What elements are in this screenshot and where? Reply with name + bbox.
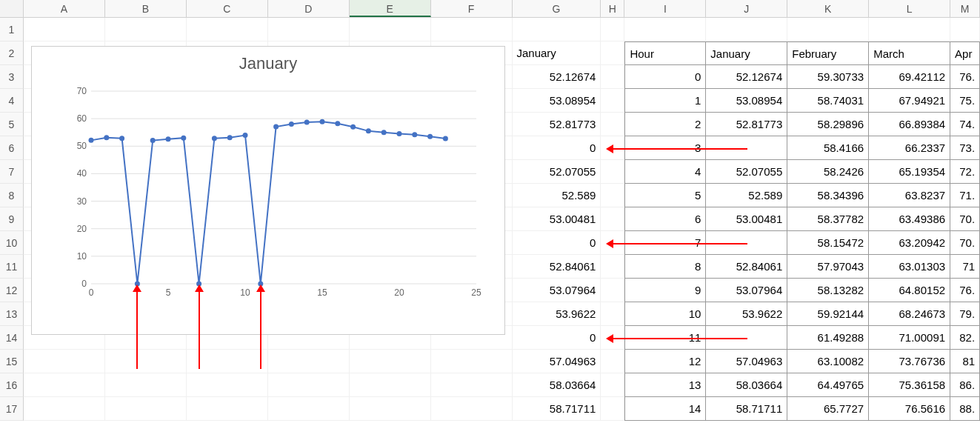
cell-L2[interactable]: March [869,41,950,65]
row-header-10[interactable]: 10 [0,231,24,255]
column-header-L[interactable]: L [869,0,950,17]
cell-G15[interactable]: 57.04963 [513,350,601,373]
row-header-11[interactable]: 11 [0,255,24,279]
cell-K16[interactable]: 64.49765 [787,373,869,397]
cell-K9[interactable]: 58.37782 [787,207,869,231]
cell-C1[interactable] [187,18,268,41]
cell-H2[interactable] [601,41,624,65]
cell-J7[interactable]: 52.07055 [706,160,787,184]
cell-I4[interactable]: 1 [624,89,706,113]
cell-L12[interactable]: 64.80152 [869,279,950,302]
row-header-8[interactable]: 8 [0,184,24,207]
column-header-K[interactable]: K [787,0,869,17]
cell-M14[interactable]: 82. [950,326,980,350]
cell-G10[interactable]: 0 [513,231,601,255]
cell-K11[interactable]: 57.97043 [787,255,869,279]
cell-H1[interactable] [601,18,624,41]
select-all-corner[interactable] [0,0,24,17]
row-header-6[interactable]: 6 [0,136,24,160]
row-header-2[interactable]: 2 [0,41,24,65]
cell-M17[interactable]: 88. [950,397,980,421]
cell-I12[interactable]: 9 [624,279,706,302]
cell-B16[interactable] [105,373,187,397]
cell-M16[interactable]: 86. [950,373,980,397]
cell-K3[interactable]: 59.30733 [787,65,869,89]
cell-G16[interactable]: 58.03664 [513,373,601,397]
row-header-7[interactable]: 7 [0,160,24,184]
cell-K17[interactable]: 65.7727 [787,397,869,421]
cell-G2[interactable]: January [513,41,601,65]
cell-L5[interactable]: 66.89384 [869,113,950,136]
cell-I7[interactable]: 4 [624,160,706,184]
cell-L9[interactable]: 63.49386 [869,207,950,231]
cell-I2[interactable]: Hour [624,41,706,65]
cell-L10[interactable]: 63.20942 [869,231,950,255]
cell-L7[interactable]: 65.19354 [869,160,950,184]
column-header-M[interactable]: M [950,0,980,17]
cell-I11[interactable]: 8 [624,255,706,279]
cell-A17[interactable] [24,397,105,421]
cell-A16[interactable] [24,373,105,397]
cell-J11[interactable]: 52.84061 [706,255,787,279]
cell-K10[interactable]: 58.15472 [787,231,869,255]
column-header-G[interactable]: G [513,0,601,17]
cell-H16[interactable] [601,373,624,397]
cell-K15[interactable]: 63.10082 [787,350,869,373]
cell-L16[interactable]: 75.36158 [869,373,950,397]
cell-L17[interactable]: 76.5616 [869,397,950,421]
cell-F1[interactable] [431,18,513,41]
cell-H9[interactable] [601,207,624,231]
row-header-13[interactable]: 13 [0,302,24,326]
cell-G17[interactable]: 58.71711 [513,397,601,421]
cell-I17[interactable]: 14 [624,397,706,421]
cell-I5[interactable]: 2 [624,113,706,136]
cell-I9[interactable]: 6 [624,207,706,231]
cell-B15[interactable] [105,350,187,373]
cell-G8[interactable]: 52.589 [513,184,601,207]
cell-E15[interactable] [350,350,431,373]
cell-L4[interactable]: 67.94921 [869,89,950,113]
cell-L1[interactable] [869,18,950,41]
cell-I15[interactable]: 12 [624,350,706,373]
cell-M4[interactable]: 75. [950,89,980,113]
cell-K8[interactable]: 58.34396 [787,184,869,207]
cell-H17[interactable] [601,397,624,421]
column-header-F[interactable]: F [431,0,513,17]
cell-D15[interactable] [268,350,350,373]
cell-J13[interactable]: 53.9622 [706,302,787,326]
cell-E1[interactable] [350,18,431,41]
cell-A1[interactable] [24,18,105,41]
cell-M12[interactable]: 76. [950,279,980,302]
row-header-12[interactable]: 12 [0,279,24,302]
cell-K12[interactable]: 58.13282 [787,279,869,302]
cell-L6[interactable]: 66.2337 [869,136,950,160]
cell-H12[interactable] [601,279,624,302]
cell-H15[interactable] [601,350,624,373]
cell-L11[interactable]: 63.01303 [869,255,950,279]
cell-I13[interactable]: 10 [624,302,706,326]
cell-J2[interactable]: January [706,41,787,65]
row-header-15[interactable]: 15 [0,350,24,373]
cell-D16[interactable] [268,373,350,397]
cell-M1[interactable] [950,18,980,41]
cell-D17[interactable] [268,397,350,421]
cell-K5[interactable]: 58.29896 [787,113,869,136]
cell-G9[interactable]: 53.00481 [513,207,601,231]
cell-H7[interactable] [601,160,624,184]
cell-K2[interactable]: February [787,41,869,65]
row-header-9[interactable]: 9 [0,207,24,231]
cell-K7[interactable]: 58.2426 [787,160,869,184]
cell-M11[interactable]: 71 [950,255,980,279]
cell-M6[interactable]: 73. [950,136,980,160]
cell-C17[interactable] [187,397,268,421]
column-header-E[interactable]: E [350,0,431,17]
cell-G6[interactable]: 0 [513,136,601,160]
cell-M15[interactable]: 81 [950,350,980,373]
cell-K4[interactable]: 58.74031 [787,89,869,113]
row-header-14[interactable]: 14 [0,326,24,350]
row-header-1[interactable]: 1 [0,18,24,41]
cell-C16[interactable] [187,373,268,397]
cell-H13[interactable] [601,302,624,326]
cell-F16[interactable] [431,373,513,397]
column-header-C[interactable]: C [187,0,268,17]
